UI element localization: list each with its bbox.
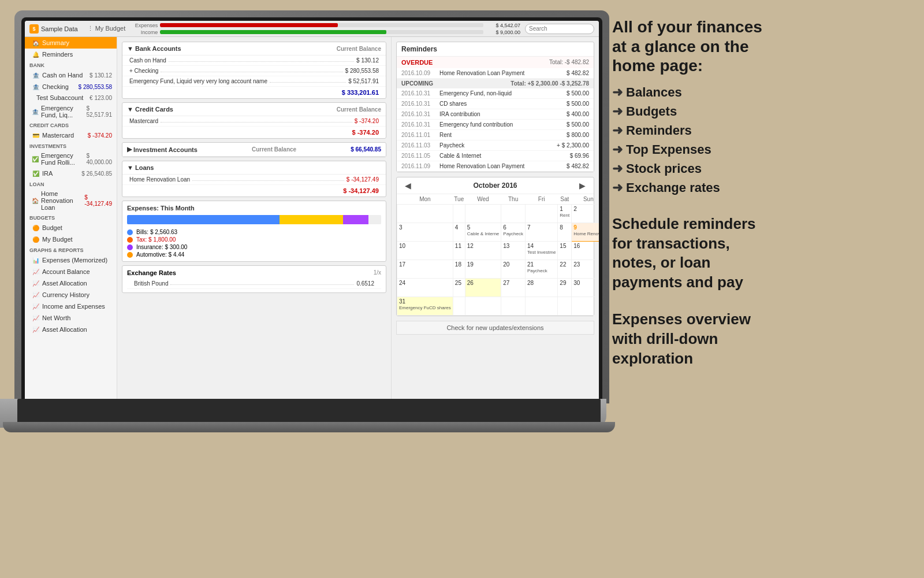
updates-bar[interactable]: Check for new updates/extensions bbox=[396, 321, 594, 335]
overdue-row-1[interactable]: 2016.10.09 Home Renovation Loan Payment … bbox=[397, 68, 594, 79]
mastercard-icon: 💳 bbox=[32, 131, 40, 139]
cal-day-3[interactable]: 3 bbox=[397, 223, 453, 242]
expenses-bar-row: Expenses $ 4,542.07 bbox=[132, 22, 520, 29]
sidebar-item-summary[interactable]: 🏠 Summary bbox=[25, 37, 117, 49]
cal-day-8[interactable]: 8 bbox=[558, 223, 572, 242]
sidebar-item-asset-alloc[interactable]: 📈 Asset Allocation bbox=[25, 277, 117, 289]
app-title: Sample Data bbox=[41, 25, 78, 32]
sidebar-item-emerg-fund[interactable]: ✅ Emergency Fund Rolli... $ 40,000.00 bbox=[25, 150, 117, 168]
cal-day-16[interactable]: 16 bbox=[572, 242, 599, 260]
cal-day-31[interactable]: 31Emergency FuCD shares bbox=[397, 297, 453, 316]
exchange-right: 1/x bbox=[374, 269, 381, 276]
mastercard-label: Mastercard bbox=[42, 132, 74, 139]
cc-total-value: $ -374.20 bbox=[352, 129, 379, 136]
upcoming-row-1[interactable]: 2016.10.31 Emergency Fund, non-liquid $ … bbox=[397, 88, 594, 99]
upcoming-row-3[interactable]: 2016.10.31 IRA contribution $ 400.00 bbox=[397, 109, 594, 120]
cal-day-6[interactable]: 6Paycheck bbox=[501, 223, 526, 242]
upcoming-row-5[interactable]: 2016.11.01 Rent $ 800.00 bbox=[397, 130, 594, 140]
sidebar-item-income-expenses[interactable]: 📈 Income and Expenses bbox=[25, 301, 117, 312]
cal-day-27[interactable]: 27 bbox=[501, 279, 526, 297]
sidebar-item-budget[interactable]: 🟠 Budget bbox=[25, 222, 117, 234]
sidebar-item-reminders[interactable]: 🔔 Reminders bbox=[25, 49, 117, 60]
sidebar-item-mastercard[interactable]: 💳 Mastercard $ -374.20 bbox=[25, 129, 117, 141]
upcoming-amount-8: $ 482.82 bbox=[554, 163, 589, 169]
asset-alloc2-icon: 📈 bbox=[32, 325, 40, 334]
upcoming-desc-1: Emergency Fund, non-liquid bbox=[439, 90, 551, 97]
sidebar-item-ira[interactable]: ✅ IRA $ 26,540.85 bbox=[25, 168, 117, 179]
insurance-dot bbox=[127, 244, 133, 250]
exp-legend-insurance: Insurance: $ 300.00 bbox=[127, 244, 381, 250]
checking-label: Checking bbox=[42, 83, 69, 90]
cal-day-17[interactable]: 17 bbox=[397, 260, 453, 279]
cal-day-1[interactable]: 1Rent bbox=[558, 205, 572, 223]
top-bar: $ Sample Data ⋮ My Budget Expenses bbox=[25, 21, 599, 37]
cal-th-tue: Tue bbox=[453, 194, 465, 205]
cal-day-2[interactable]: 2 bbox=[572, 205, 599, 223]
cal-week-2: 3 4 5Cable & Interne 6Paycheck 7 8 9Home… bbox=[397, 223, 599, 242]
cal-day-19[interactable]: 19 bbox=[465, 260, 501, 279]
upcoming-row-7[interactable]: 2016.11.05 Cable & Internet $ 69.96 bbox=[397, 151, 594, 161]
cal-day-24[interactable]: 24 bbox=[397, 279, 453, 297]
cal-day-28[interactable]: 28 bbox=[525, 279, 557, 297]
cal-day-12[interactable]: 12 bbox=[465, 242, 501, 260]
calendar-box: ◀ October 2016 ▶ Mon Tue Wed bbox=[396, 177, 594, 316]
credit-row-mastercard[interactable]: Mastercard $ -374.20 bbox=[122, 116, 386, 127]
insurance-label: Insurance: $ 300.00 bbox=[136, 244, 187, 250]
cal-day-22[interactable]: 22 bbox=[558, 260, 572, 279]
sidebar-item-expenses-mem[interactable]: 📊 Expenses (Memorized) bbox=[25, 254, 117, 266]
sidebar-item-account-balance[interactable]: 📈 Account Balance bbox=[25, 266, 117, 277]
cal-day-20[interactable]: 20 bbox=[501, 260, 526, 279]
bank-row-cash[interactable]: Cash on Hand $ 130.12 bbox=[122, 55, 386, 66]
sidebar-item-net-worth[interactable]: 📈 Net Worth bbox=[25, 312, 117, 324]
cal-day-14[interactable]: 14Test Investme bbox=[525, 242, 557, 260]
reminders-box: Reminders OVERDUE Total: -$ 482.82 2016.… bbox=[396, 42, 594, 172]
expenses-section: Expenses: This Month Bills: $ 2,560.63 bbox=[122, 201, 386, 262]
upcoming-row-2[interactable]: 2016.10.31 CD shares $ 500.00 bbox=[397, 99, 594, 109]
account-balance-label: Account Balance bbox=[42, 268, 90, 275]
loans-header[interactable]: ▼ Loans bbox=[122, 161, 386, 175]
investment-header[interactable]: ▶ Investment Accounts Current Balance $ … bbox=[122, 143, 386, 157]
cal-day-9[interactable]: 9Home Renova bbox=[572, 223, 599, 242]
loan-row-home[interactable]: Home Renovation Loan $ -34,127.49 bbox=[122, 175, 386, 185]
budgets-header: BUDGETS bbox=[25, 213, 117, 222]
bank-accounts-header[interactable]: ▼ Bank Accounts Current Balance bbox=[122, 42, 386, 55]
bank-checking-value: $ 280,553.58 bbox=[345, 68, 379, 74]
cal-day-29[interactable]: 29 bbox=[558, 279, 572, 297]
sidebar-item-asset-alloc2[interactable]: 📈 Asset Allocation bbox=[25, 324, 117, 335]
cal-day-26[interactable]: 26 bbox=[465, 279, 501, 297]
sidebar-item-test-subaccount[interactable]: Test Subaccount € 123.00 bbox=[25, 92, 117, 103]
cal-day-4[interactable]: 4 bbox=[453, 223, 465, 242]
sidebar-item-checking[interactable]: 🏦 Checking $ 280,553.58 bbox=[25, 81, 117, 92]
sidebar-item-cash[interactable]: 🏦 Cash on Hand $ 130.12 bbox=[25, 69, 117, 81]
sidebar-item-currency-hist[interactable]: 📈 Currency History bbox=[25, 289, 117, 301]
upcoming-row-6[interactable]: 2016.11.03 Paycheck + $ 2,300.00 bbox=[397, 140, 594, 151]
sidebar-item-emergency[interactable]: 🏦 Emergency Fund, Liq... $ 52,517.91 bbox=[25, 103, 117, 120]
cal-day-21[interactable]: 21Paycheck bbox=[525, 260, 557, 279]
cal-day-13[interactable]: 13 bbox=[501, 242, 526, 260]
upcoming-desc-5: Rent bbox=[439, 132, 551, 138]
sidebar-item-my-budget[interactable]: 🟠 My Budget bbox=[25, 234, 117, 245]
income-value: $ 9,000.00 bbox=[486, 29, 520, 35]
cal-day-18[interactable]: 18 bbox=[453, 260, 465, 279]
sidebar-item-home-loan[interactable]: 🏠 Home Renovation Loan $ -34,127.49 bbox=[25, 188, 117, 213]
cal-day-15[interactable]: 15 bbox=[558, 242, 572, 260]
cash-label: Cash on Hand bbox=[42, 72, 83, 79]
cal-day-23[interactable]: 23 bbox=[572, 260, 599, 279]
credit-cards-header-box[interactable]: ▼ Credit Cards Current Balance bbox=[122, 103, 386, 116]
cal-day-11[interactable]: 11 bbox=[453, 242, 465, 260]
cal-next-button[interactable]: ▶ bbox=[577, 181, 588, 190]
cal-prev-button[interactable]: ◀ bbox=[403, 181, 413, 190]
search-input[interactable] bbox=[525, 24, 594, 34]
cal-day-25[interactable]: 25 bbox=[453, 279, 465, 297]
bank-row-emergency[interactable]: Emergency Fund, Liquid very very long ac… bbox=[122, 76, 386, 87]
budget-selector[interactable]: ⋮ My Budget bbox=[87, 25, 126, 32]
cal-day-7[interactable]: 7 bbox=[525, 223, 557, 242]
bank-row-checking[interactable]: + Checking $ 280,553.58 bbox=[122, 66, 386, 76]
upcoming-row-8[interactable]: 2016.11.09 Home Renovation Loan Payment … bbox=[397, 161, 594, 172]
upcoming-desc-7: Cable & Internet bbox=[439, 153, 551, 159]
cal-day-10[interactable]: 10 bbox=[397, 242, 453, 260]
upcoming-row-4[interactable]: 2016.10.31 Emergency fund contribution $… bbox=[397, 120, 594, 130]
cal-day-30[interactable]: 30 bbox=[572, 279, 599, 297]
cal-day-5[interactable]: 5Cable & Interne bbox=[465, 223, 501, 242]
dots2 bbox=[161, 66, 342, 72]
